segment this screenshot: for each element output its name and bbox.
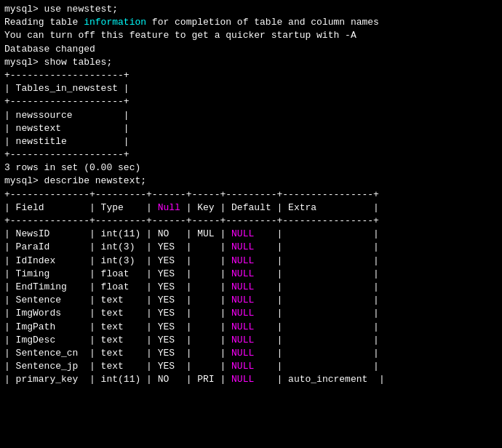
terminal-line: Reading table information for completion…	[4, 16, 498, 29]
terminal-text: | ImgPath | text | YES | |	[4, 321, 231, 332]
terminal-line: | Sentence_cn | text | YES | | NULL | |	[4, 347, 498, 360]
terminal-text: | Tables_in_newstest |	[4, 83, 130, 94]
terminal-text: NULL	[231, 228, 254, 239]
terminal-text: | Field | Type |	[4, 202, 158, 213]
terminal-line: | ImgWords | text | YES | | NULL | |	[4, 307, 498, 320]
terminal-line: +--------------------+	[4, 69, 498, 82]
terminal-text: | |	[254, 241, 379, 252]
terminal-text: mysql> show tables;	[4, 57, 112, 68]
terminal-text: | newssource |	[4, 110, 130, 121]
terminal-line: +--------------------+	[4, 148, 498, 161]
terminal-line: You can turn off this feature to get a q…	[4, 29, 498, 42]
terminal-text: | Sentence_jp | text | YES | |	[4, 361, 231, 372]
terminal-line: | newssource |	[4, 109, 498, 122]
terminal-text: | newstitle |	[4, 136, 130, 147]
terminal-line: | newstext |	[4, 122, 498, 135]
terminal-text: | primary_key | int(11) | NO | PRI |	[4, 374, 231, 385]
terminal-text: for completion of table and column names	[146, 17, 379, 28]
terminal-line: | primary_key | int(11) | NO | PRI | NUL…	[4, 373, 498, 386]
terminal-text: | |	[254, 228, 379, 239]
terminal-text: NULL	[231, 241, 254, 252]
terminal-text: | ImgWords | text | YES | |	[4, 308, 231, 319]
terminal-text: | NewsID | int(11) | NO | MUL |	[4, 228, 231, 239]
terminal-line: | Field | Type | Null | Key | Default | …	[4, 201, 498, 215]
terminal-text: | |	[254, 295, 379, 305]
terminal-line: | NewsID | int(11) | NO | MUL | NULL | |	[4, 228, 498, 241]
terminal-text: | |	[254, 321, 379, 332]
terminal-text: NULL	[231, 281, 254, 292]
terminal-text: | |	[254, 268, 379, 279]
terminal-line: | newstitle |	[4, 135, 498, 148]
terminal-line: mysql> use newstest;	[4, 3, 498, 16]
terminal-text: | |	[254, 281, 379, 292]
terminal-text: | ParaId | int(3) | YES | |	[4, 241, 231, 252]
terminal-text: +--------------------+	[4, 70, 130, 81]
terminal-text: NULL	[231, 308, 254, 319]
terminal-line: 3 rows in set (0.00 sec)	[4, 161, 498, 175]
terminal-line: | ImgPath | text | YES | | NULL | |	[4, 321, 498, 334]
terminal-text: | Sentence | text | YES | |	[4, 295, 231, 305]
terminal-text: NULL	[231, 361, 254, 372]
terminal-text: +--------------+---------+------+-----+-…	[4, 215, 379, 226]
terminal-line: | Tables_in_newstest |	[4, 82, 498, 95]
terminal-text: NULL	[231, 374, 254, 385]
terminal-line: +--------------------+	[4, 95, 498, 108]
terminal-line: | EndTiming | float | YES | | NULL | |	[4, 281, 498, 294]
terminal-text: Database changed	[4, 44, 95, 55]
terminal-text: NULL	[231, 335, 254, 345]
terminal-text: mysql> describe newstext;	[4, 175, 146, 186]
terminal-text: | Timing | float | YES | |	[4, 268, 231, 279]
terminal-text: +--------------------+	[4, 96, 130, 107]
terminal: mysql> use newstest;Reading table inform…	[4, 3, 498, 386]
terminal-text: 3 rows in set (0.00 sec)	[4, 162, 140, 173]
terminal-text: You can turn off this feature to get a q…	[4, 30, 356, 41]
terminal-line: +--------------+---------+------+-----+-…	[4, 215, 498, 228]
terminal-text: NULL	[231, 268, 254, 279]
terminal-text: +--------------------+	[4, 149, 130, 160]
terminal-text: Null	[158, 202, 180, 213]
terminal-line: +--------------+---------+------+-----+-…	[4, 188, 498, 201]
terminal-text: NULL	[231, 295, 254, 305]
terminal-text: | IdIndex | int(3) | YES | |	[4, 255, 231, 266]
terminal-text: | |	[254, 255, 379, 266]
terminal-text: Reading table	[4, 17, 84, 28]
terminal-line: | IdIndex | int(3) | YES | | NULL | |	[4, 255, 498, 268]
terminal-text: | |	[254, 308, 379, 319]
terminal-line: mysql> show tables;	[4, 56, 498, 69]
terminal-text: | ImgDesc | text | YES | |	[4, 335, 231, 345]
terminal-text: | |	[254, 348, 379, 359]
terminal-text: | |	[254, 335, 379, 345]
terminal-line: Database changed	[4, 43, 498, 56]
terminal-text: | |	[254, 361, 379, 372]
terminal-line: mysql> describe newstext;	[4, 175, 498, 188]
terminal-text: information	[84, 17, 146, 28]
terminal-line: | ImgDesc | text | YES | | NULL | |	[4, 334, 498, 347]
terminal-text: +--------------+---------+------+-----+-…	[4, 189, 379, 200]
terminal-text: NULL	[231, 321, 254, 332]
terminal-text: | Key | Default | Extra |	[180, 202, 379, 213]
terminal-line: | Sentence | text | YES | | NULL | |	[4, 294, 498, 307]
terminal-text: | auto_increment |	[254, 374, 384, 385]
terminal-text: | Sentence_cn | text | YES | |	[4, 348, 231, 359]
terminal-text: NULL	[231, 348, 254, 359]
terminal-text: | EndTiming | float | YES | |	[4, 281, 231, 292]
terminal-text: | newstext |	[4, 123, 130, 134]
terminal-line: | Sentence_jp | text | YES | | NULL | |	[4, 360, 498, 373]
terminal-text: NULL	[231, 255, 254, 266]
terminal-text: mysql> use newstest;	[4, 4, 118, 15]
terminal-line: | Timing | float | YES | | NULL | |	[4, 268, 498, 281]
terminal-line: | ParaId | int(3) | YES | | NULL | |	[4, 241, 498, 254]
